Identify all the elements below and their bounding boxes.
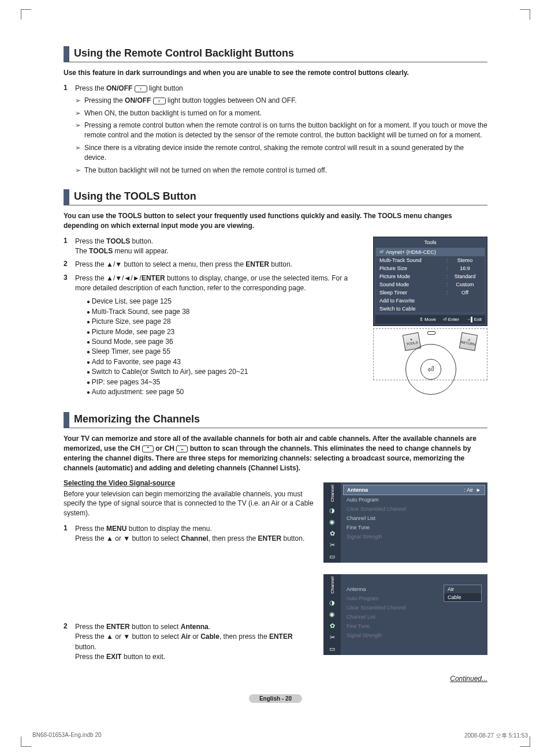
osd-row: Channel List [343, 514, 485, 523]
section-title: Memorizing the Channels [64, 412, 487, 428]
list-item: Picture Size, see page 28 [87, 317, 364, 327]
section-tools: Using the TOOLS Button You can use the T… [64, 189, 487, 401]
section-intro: You can use the TOOLS button to select y… [64, 211, 487, 231]
light-icon: ♀ [135, 85, 147, 92]
step-body: Press the ▲/▼ button to select a menu, t… [75, 260, 364, 270]
step-number: 2 [64, 260, 75, 270]
step-body: Press the TOOLS button. The TOOLS menu w… [75, 237, 364, 257]
note-item: The button backlight will not be turned … [75, 166, 487, 175]
sound-icon: ◉ [328, 518, 336, 526]
feature-list: Device List, see page 125 Multi-Track So… [87, 297, 364, 397]
osd-title: Tools [374, 237, 487, 248]
continued-label: Continued... [64, 675, 487, 683]
crop-mark [21, 736, 31, 747]
osd-row: Add to Favorite [376, 297, 485, 305]
list-item: Sound Mode, see page 36 [87, 337, 364, 347]
input-icon: ▭ [328, 645, 336, 653]
dropdown-item: Cable [444, 593, 481, 601]
doc-file: BN68-01653A-Eng.indb 20 [32, 732, 102, 740]
osd-row: Signal Strength [343, 631, 485, 640]
setup-icon: ✂ [328, 634, 336, 642]
step-body: Press the ENTER button to select Antenna… [75, 622, 314, 663]
section-intro: Use this feature in dark surroundings an… [64, 68, 487, 78]
osd-row: Picture Size:16:9 [376, 264, 485, 272]
note-item: Since there is a vibrating device inside… [75, 143, 487, 163]
remote-diagram: ✦TOOLS ↺RETURN ⏎ [373, 328, 487, 380]
exit-hint: →▌Exit [466, 317, 482, 322]
list-item: Switch to Cable(or Switch to Air), see p… [87, 367, 364, 377]
osd-row: Channel List [343, 612, 485, 622]
osd-row: Switch to Cable [376, 305, 485, 313]
osd-row: Multi-Track Sound:Stereo [376, 256, 485, 264]
step-body: Press the ON/OFF ♀ light button Pressing… [75, 84, 487, 178]
picture-icon: ◑ [328, 507, 336, 515]
tools-osd: Tools ⏎ Anynet+ (HDMI-CEC) Multi-Track S… [373, 237, 487, 326]
page-number: English - 20 [249, 694, 302, 703]
step-body: Press the ▲/▼/◄/►/ENTER buttons to displ… [75, 274, 364, 398]
list-item: Add to Favorite, see page 43 [87, 357, 364, 367]
osd-side-label: Channel [330, 485, 335, 502]
list-item: Device List, see page 125 [87, 297, 364, 306]
enter-hint: ⏎ Enter [443, 317, 459, 322]
channel-icon: ✿ [328, 530, 336, 538]
input-icon: ▭ [328, 553, 336, 561]
note-item: Pressing the ON/OFF ♀ light button toggl… [75, 96, 487, 106]
note-item: When ON, the button backlight is turned … [75, 108, 487, 118]
light-icon: ♀ [153, 98, 166, 104]
list-item: PIP: see pages 34~35 [87, 377, 364, 387]
dropdown: Air Cable [444, 585, 482, 602]
doc-timestamp: 2008-08-27 오후 5:11:53 [464, 732, 528, 740]
crop-mark [21, 9, 31, 20]
enter-icon: ⏎ [379, 249, 384, 255]
step-number: 2 [64, 622, 75, 663]
osd-row: Picture Mode:Standard [376, 272, 485, 280]
osd-row: Antenna Air Cable [343, 585, 485, 594]
setup-icon: ✂ [328, 541, 336, 549]
osd-row: Sleep Timer:Off [376, 289, 485, 297]
section-title: Using the TOOLS Button [64, 189, 487, 205]
step-number: 1 [64, 237, 75, 257]
page-footer: English - 20 [64, 694, 487, 703]
sub-paragraph: Before your television can begin memoriz… [64, 489, 314, 518]
osd-row: Fine Tune [343, 523, 485, 532]
print-meta: BN68-01653A-Eng.indb 20 2008-08-27 오후 5:… [32, 732, 528, 740]
list-item: Auto adjustment: see page 50 [87, 387, 364, 397]
step-number: 3 [64, 274, 75, 398]
osd-highlight-row: Antenna : Air ► [343, 485, 485, 495]
move-hint: ⇕ Move [419, 317, 436, 322]
sub-heading: Selecting the Video Signal-source [64, 479, 314, 487]
sound-icon: ◉ [328, 611, 336, 619]
osd-row: Auto Program [343, 495, 485, 504]
section-backlight: Using the Remote Control Backlight Butto… [64, 46, 487, 178]
ch-down-icon: ⌄ [176, 446, 188, 452]
list-item: Sleep Timer, see page 55 [87, 347, 364, 357]
crop-mark [520, 9, 530, 20]
dropdown-item: Air [444, 585, 481, 593]
ch-up-icon: ⌃ [142, 446, 154, 452]
section-channels: Memorizing the Channels Your TV can memo… [64, 412, 487, 683]
list-item: Picture Mode, see page 23 [87, 327, 364, 337]
osd-footer: ⇕ Move ⏎ Enter →▌Exit [375, 315, 485, 324]
return-button-icon: ↺RETURN [459, 332, 478, 350]
section-intro: Your TV can memorize and store all of th… [64, 434, 487, 473]
step-number: 1 [64, 84, 75, 178]
channel-osd-2: Channel ◑ ◉ ✿ ✂ ▭ Antenna Air C [323, 574, 487, 655]
note-item: Pressing a remote control button when th… [75, 121, 487, 141]
step-number: 1 [64, 524, 75, 619]
channel-icon: ✿ [328, 622, 336, 630]
osd-highlight-row: ⏎ Anynet+ (HDMI-CEC) [376, 248, 485, 256]
osd-row: Fine Tune [343, 622, 485, 631]
step-body: Press the MENU button to display the men… [75, 524, 314, 619]
enter-button-icon: ⏎ [420, 359, 441, 380]
osd-side-label: Channel [330, 577, 335, 594]
osd-row: Clear Scrambled Channel [343, 504, 485, 514]
list-item: Multi-Track Sound, see page 38 [87, 307, 364, 317]
section-title: Using the Remote Control Backlight Butto… [64, 46, 487, 62]
osd-row: Clear Scrambled Channel [343, 603, 485, 612]
channel-osd-1: Channel ◑ ◉ ✿ ✂ ▭ Antenna : Air ► Auto P… [323, 482, 487, 563]
picture-icon: ◑ [328, 599, 336, 607]
osd-row: Sound Mode:Custom [376, 280, 485, 289]
osd-row: Signal Strength [343, 532, 485, 541]
